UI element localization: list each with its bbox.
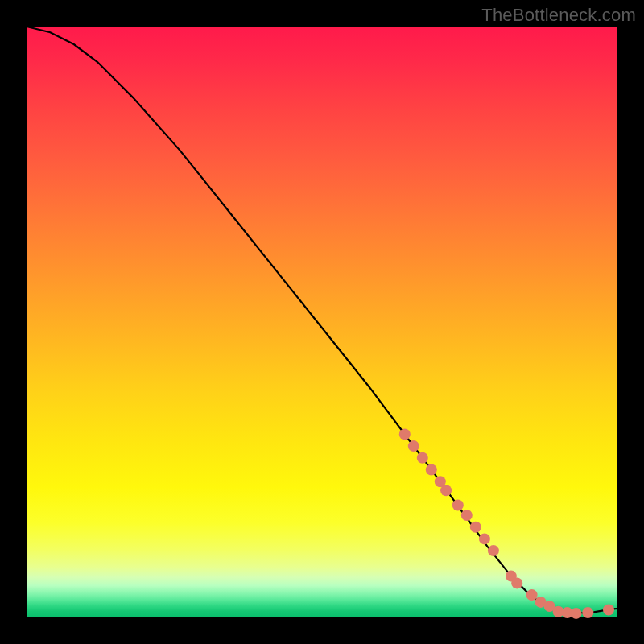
marker-group — [399, 429, 614, 619]
marker-point — [408, 440, 419, 452]
marker-point — [488, 545, 499, 556]
curve-line — [27, 27, 617, 613]
marker-point — [470, 522, 481, 533]
marker-point — [571, 608, 582, 619]
watermark-text: TheBottleneck.com — [481, 5, 636, 26]
marker-point — [399, 429, 411, 440]
marker-point — [603, 605, 614, 616]
marker-point — [582, 607, 593, 618]
chart-frame: TheBottleneck.com — [0, 0, 644, 644]
marker-point — [417, 452, 428, 464]
marker-point — [452, 500, 464, 511]
chart-overlay — [27, 27, 617, 617]
marker-point — [479, 533, 490, 544]
marker-point — [526, 589, 538, 601]
marker-point — [440, 485, 452, 496]
marker-point — [461, 510, 473, 521]
marker-point — [511, 577, 522, 588]
marker-point — [426, 464, 437, 476]
